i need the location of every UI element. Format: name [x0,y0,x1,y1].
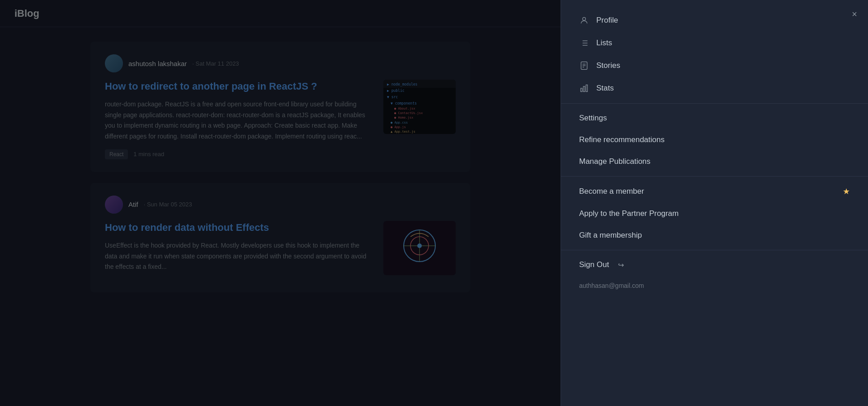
svg-rect-24 [583,86,585,92]
sidebar-item-gift-membership[interactable]: Gift a membership [561,224,868,246]
gift-membership-label: Gift a membership [579,231,642,240]
manage-publications-label: Manage Publications [579,157,651,166]
sidebar-item-become-member[interactable]: Become a member ★ [561,180,868,203]
overlay-dimmer [0,0,561,406]
svg-point-18 [583,17,586,20]
sidebar-item-stories[interactable]: Stories [561,54,868,77]
document-icon [579,61,589,71]
close-button[interactable]: × [852,9,857,19]
stories-label: Stories [596,61,620,70]
sidebar-item-refine[interactable]: Refine recommendations [561,129,868,151]
divider-3 [561,250,868,250]
sidebar-item-settings[interactable]: Settings [561,107,868,129]
apply-partner-label: Apply to the Partner Program [579,209,679,218]
svg-rect-23 [581,88,582,92]
sidebar-email: authhasan@gmail.com [561,276,868,296]
divider-1 [561,103,868,104]
become-member-label: Become a member [579,187,644,196]
bar-chart-icon [579,83,589,93]
refine-label: Refine recommendations [579,135,665,144]
star-icon: ★ [843,186,850,196]
sign-out-label: Sign Out [579,260,609,269]
user-icon [579,15,589,25]
sidebar-item-profile[interactable]: Profile [561,9,868,32]
settings-label: Settings [579,114,607,123]
lists-label: Lists [596,38,612,48]
sidebar-item-manage-publications[interactable]: Manage Publications [561,151,868,172]
divider-2 [561,176,868,177]
sidebar-menu: Profile Lists Stories [561,0,868,305]
sidebar: × Profile Lists [561,0,868,406]
profile-label: Profile [596,16,618,25]
sidebar-item-apply-partner[interactable]: Apply to the Partner Program [561,203,868,224]
sidebar-item-stats[interactable]: Stats [561,77,868,100]
sidebar-item-lists[interactable]: Lists [561,32,868,54]
svg-rect-25 [586,85,587,92]
sign-out-icon: ↪ [618,261,624,269]
stats-label: Stats [596,84,614,93]
sidebar-item-sign-out[interactable]: Sign Out ↪ [561,254,868,276]
list-icon [579,38,589,48]
